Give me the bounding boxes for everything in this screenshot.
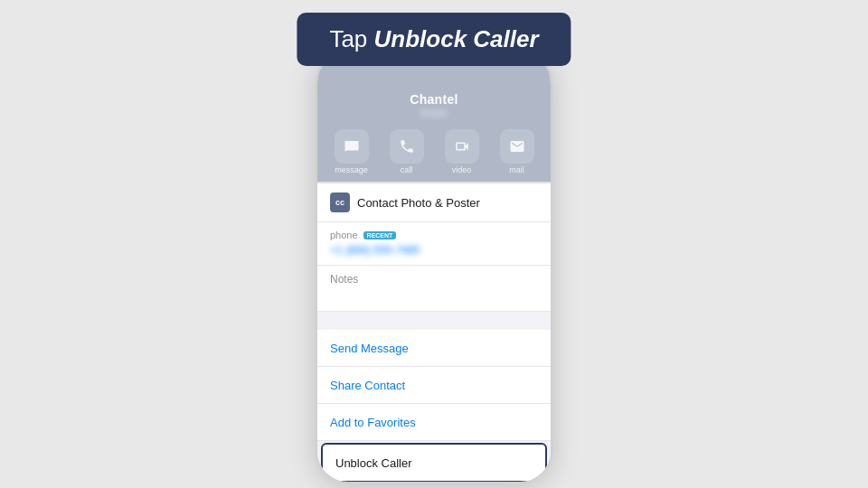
mail-label: mail <box>509 165 524 174</box>
notes-label: Notes <box>330 273 538 286</box>
add-favorites-label: Add to Favorites <box>330 416 416 429</box>
unblock-caller-row[interactable]: Unblock Caller <box>321 443 547 483</box>
share-contact-row[interactable]: Share Contact <box>317 367 551 404</box>
action-icons-row: message call video <box>317 124 551 182</box>
message-icon-circle <box>335 129 369 164</box>
mail-icon <box>509 138 525 155</box>
call-action-btn[interactable]: call <box>385 129 429 174</box>
contact-subtitle: Mobile <box>420 108 447 118</box>
message-icon <box>344 138 360 155</box>
phone-number: +1 (800) 555-7485 <box>330 244 420 257</box>
content-area: cc Contact Photo & Poster phone RECENT +… <box>317 183 551 483</box>
recent-badge: RECENT <box>363 231 397 239</box>
phone-label: phone <box>330 230 358 240</box>
instruction-highlighted: Unblock Caller <box>374 25 539 52</box>
call-icon <box>399 138 415 155</box>
message-label: message <box>335 165 368 174</box>
message-action-btn[interactable]: message <box>330 129 373 174</box>
unblock-caller-label: Unblock Caller <box>335 456 412 470</box>
video-label: video <box>452 165 472 174</box>
mail-action-btn[interactable]: mail <box>495 129 539 174</box>
call-label: call <box>401 165 413 174</box>
instruction-banner: Tap Unblock Caller <box>297 13 571 66</box>
send-message-label: Send Message <box>330 342 409 355</box>
share-contact-label: Share Contact <box>330 379 405 392</box>
contact-photo-row[interactable]: cc Contact Photo & Poster <box>317 183 551 222</box>
instruction-prefix: Tap <box>329 25 373 52</box>
gray-separator <box>317 312 551 330</box>
video-icon <box>454 138 470 155</box>
notes-row: Notes <box>317 266 551 312</box>
contact-photo-label: Contact Photo & Poster <box>357 196 480 210</box>
add-favorites-row[interactable]: Add to Favorites <box>317 404 551 441</box>
call-icon-circle <box>390 129 424 164</box>
mail-icon-circle <box>500 129 534 164</box>
phone-row[interactable]: phone RECENT +1 (800) 555-7485 <box>317 222 551 266</box>
send-message-row[interactable]: Send Message <box>317 330 551 367</box>
cc-icon: cc <box>330 192 350 212</box>
phone-frame: Chantel Mobile message call <box>316 50 552 483</box>
instruction-text: Tap Unblock Caller <box>329 25 538 52</box>
video-icon-circle <box>445 129 479 164</box>
scene: Tap Unblock Caller Chantel Mobile messag… <box>0 0 868 488</box>
contact-name: Chantel <box>410 92 458 107</box>
video-action-btn[interactable]: video <box>440 129 484 174</box>
